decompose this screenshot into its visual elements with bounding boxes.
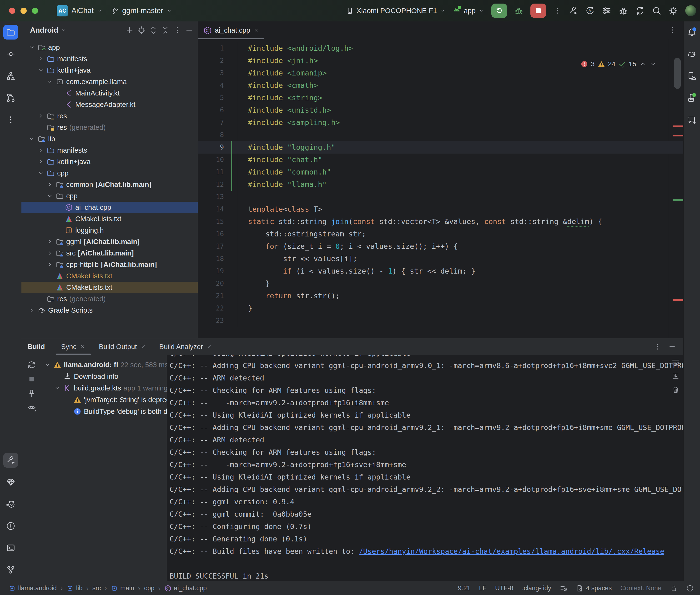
tree-item-common[interactable]: common[AiChat.lib.main] <box>22 179 198 190</box>
tree-item-app[interactable]: app <box>22 42 198 53</box>
tool-window-button-logcat[interactable] <box>3 497 18 511</box>
attach-debugger-icon[interactable] <box>619 6 628 16</box>
tree-item-ai-chat-cpp[interactable]: Cai_chat.cpp <box>22 202 198 213</box>
rerun-sync-icon[interactable] <box>27 360 36 369</box>
tree-item-cmakelists-txt[interactable]: CMakeLists.txt <box>22 213 198 225</box>
tree-item-cpp[interactable]: cpp <box>22 167 198 179</box>
tree-item-src[interactable]: src[AiChat.lib.main] <box>22 247 198 259</box>
tree-item-cpp-httplib[interactable]: cpp-httplib[AiChat.lib.main] <box>22 259 198 270</box>
code-editor[interactable]: 1#include <android/log.h>2#include <jni.… <box>198 39 683 338</box>
previous-problem-icon[interactable] <box>639 60 647 68</box>
line-ending[interactable]: LF <box>479 585 486 592</box>
profiler-icon[interactable] <box>602 6 611 16</box>
error-stripe-mark[interactable] <box>673 135 683 136</box>
breadcrumb-item-src[interactable]: src <box>92 585 101 592</box>
code-line-6[interactable]: 6#include <unistd.h> <box>198 104 683 116</box>
code-line-8[interactable]: 8 <box>198 129 683 141</box>
code-line-5[interactable]: 5#include <string> <box>198 92 683 104</box>
more-actions-icon[interactable] <box>553 7 561 15</box>
tool-window-button-running-devices[interactable] <box>684 90 699 105</box>
minimize-window-button[interactable] <box>21 8 27 14</box>
soft-wrap-icon[interactable] <box>671 358 680 366</box>
chevron-down-icon[interactable] <box>28 44 35 51</box>
tool-window-button-structure[interactable] <box>3 68 18 83</box>
breadcrumb-item-main[interactable]: main <box>111 585 134 592</box>
run-configuration-selector[interactable]: app <box>453 6 484 16</box>
tree-item-mainactivity-kt[interactable]: MainActivity.kt <box>22 87 198 99</box>
tree-item-com-example-llama[interactable]: com.example.llama <box>22 76 198 87</box>
tool-window-button-problems[interactable] <box>3 518 18 533</box>
tree-item-manifests[interactable]: manifests <box>22 53 198 64</box>
tool-window-button-build[interactable] <box>3 453 18 468</box>
debug-icon[interactable] <box>514 6 523 15</box>
tree-item-cmakelists-txt[interactable]: CMakeLists.txt <box>22 270 198 282</box>
console-link[interactable]: /Users/hanyin/Workspace/ai-chat/examples… <box>359 547 664 556</box>
breadcrumb-item-lib[interactable]: lib <box>66 585 82 592</box>
chevron-down-icon[interactable] <box>46 78 53 85</box>
settings-icon[interactable] <box>669 6 678 16</box>
clear-all-icon[interactable] <box>671 386 680 394</box>
chevron-right-icon[interactable] <box>37 147 44 154</box>
tool-window-button-gemini[interactable] <box>684 112 699 127</box>
code-line-14[interactable]: 14template<class T> <box>198 203 683 216</box>
tree-item-kotlin-java[interactable]: kotlin+java <box>22 64 198 76</box>
build-icon[interactable] <box>568 6 578 16</box>
chevron-down-icon[interactable] <box>44 361 51 368</box>
chevron-down-icon[interactable] <box>46 192 53 200</box>
hide-panel-icon[interactable] <box>668 343 676 351</box>
close-icon[interactable] <box>253 27 259 34</box>
code-line-10[interactable]: 10#include "chat.h" <box>198 153 683 166</box>
chevron-down-icon[interactable] <box>37 67 44 74</box>
project-name[interactable]: AiChat <box>72 6 93 15</box>
editor-tab-ai-chat-cpp[interactable]: C ai_chat.cpp <box>198 22 264 39</box>
build-tree-item[interactable]: BuildType 'debug' is both de <box>42 405 167 417</box>
editor-scrollbar[interactable] <box>674 58 681 89</box>
device-selector[interactable]: Xiaomi POCOPHONE F1 <box>346 7 446 15</box>
tool-window-button-device-manager[interactable] <box>684 68 699 83</box>
show-execution-icon[interactable] <box>27 403 36 412</box>
chevron-right-icon[interactable] <box>46 238 53 245</box>
user-avatar[interactable] <box>685 5 696 16</box>
error-stripe-mark[interactable] <box>673 125 683 127</box>
run-button[interactable] <box>492 4 507 18</box>
tree-item-manifests[interactable]: manifests <box>22 144 198 156</box>
code-line-18[interactable]: 18 str << values[i]; <box>198 253 683 265</box>
tree-item-res[interactable]: res <box>22 110 198 122</box>
pin-tab-icon[interactable] <box>27 389 36 398</box>
code-line-17[interactable]: 17 for (size_t i = 0; i < values.size();… <box>198 240 683 253</box>
stop-icon[interactable] <box>27 374 36 384</box>
search-everywhere-icon[interactable] <box>652 6 662 16</box>
build-tree-item[interactable]: build.gradle.ktsapp 1 warning <box>42 382 167 394</box>
hide-panel-icon[interactable] <box>185 26 193 34</box>
breadcrumb-item-llama-android[interactable]: llama.android <box>8 585 57 592</box>
build-tree-item[interactable]: 'jvmTarget: String' is deprec <box>42 394 167 405</box>
chevron-down-icon[interactable] <box>28 135 35 142</box>
tree-item-res[interactable]: res(generated) <box>22 293 198 305</box>
tool-window-button-pull-requests[interactable] <box>3 90 18 105</box>
locate-file-icon[interactable] <box>137 26 146 34</box>
sync-project-icon[interactable]: A <box>585 6 595 16</box>
close-icon[interactable] <box>206 344 212 349</box>
tree-item-kotlin-java[interactable]: kotlin+java <box>22 156 198 167</box>
tool-window-button-notifications[interactable] <box>684 25 699 39</box>
zoom-window-button[interactable] <box>32 8 38 14</box>
chevron-down-icon[interactable] <box>37 170 44 177</box>
more-options-icon[interactable] <box>173 26 181 34</box>
file-encoding[interactable]: UTF-8 <box>495 585 513 592</box>
code-style[interactable]: .clang-tidy <box>522 585 551 592</box>
lock-icon[interactable] <box>670 585 678 592</box>
breadcrumb-item-ai-chat-cpp[interactable]: Cai_chat.cpp <box>164 585 207 592</box>
project-view-selector[interactable]: Android <box>30 26 58 34</box>
tree-item-cpp[interactable]: cpp <box>22 190 198 202</box>
device-mirror-icon[interactable] <box>635 6 645 16</box>
error-stripe-mark[interactable] <box>673 299 683 301</box>
indent-setting[interactable]: 4 spaces <box>576 585 612 592</box>
change-stripe-mark[interactable] <box>673 199 683 201</box>
chevron-right-icon[interactable] <box>46 250 53 257</box>
branch-name[interactable]: ggml-master <box>122 6 163 15</box>
build-tab-sync[interactable]: Sync <box>55 338 92 355</box>
formatter-icon[interactable] <box>560 585 567 592</box>
more-icon[interactable] <box>668 26 677 34</box>
build-tab-build-analyzer[interactable]: Build Analyzer <box>153 338 219 355</box>
code-line-7[interactable]: 7#include <sampling.h> <box>198 116 683 129</box>
